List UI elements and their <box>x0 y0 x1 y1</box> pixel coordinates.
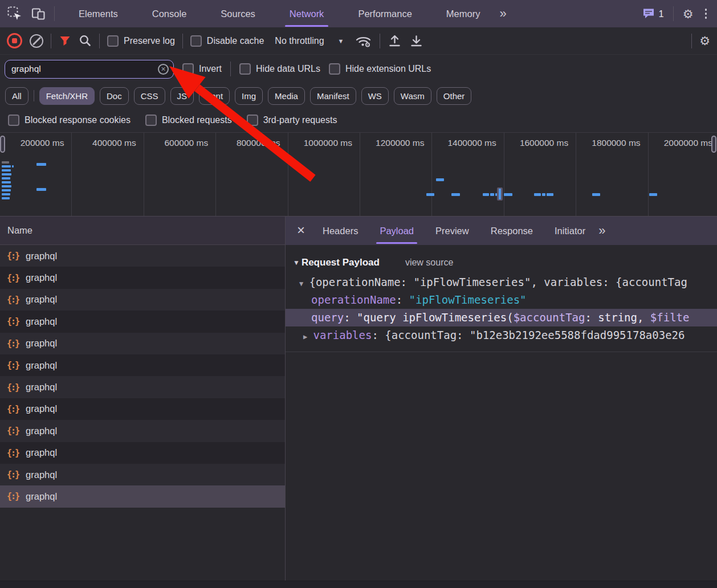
chip-fetch-xhr[interactable]: Fetch/XHR <box>39 87 95 105</box>
request-row[interactable]: {:}graphql <box>0 267 285 288</box>
request-row[interactable]: {:}graphql <box>0 442 285 464</box>
checkbox[interactable] <box>247 115 258 126</box>
checkbox[interactable] <box>239 63 251 75</box>
separator <box>54 6 55 21</box>
disable-cache-checkbox[interactable]: Disable cache <box>190 35 264 47</box>
checkbox[interactable] <box>182 63 194 75</box>
more-tabs-button[interactable]: » <box>497 7 508 20</box>
record-network-log-button[interactable] <box>7 33 22 48</box>
request-row[interactable]: {:}graphql <box>0 311 285 332</box>
details-tab-headers[interactable]: Headers <box>323 217 358 245</box>
request-row[interactable]: {:}graphql <box>0 376 285 398</box>
tab-network[interactable]: Network <box>290 0 324 27</box>
checkbox[interactable] <box>107 35 119 47</box>
third-party-requests-label: 3rd-party requests <box>263 115 337 125</box>
checkbox[interactable] <box>329 63 340 75</box>
search-icon[interactable] <box>79 34 92 47</box>
payload-line[interactable]: query: "query ipFlowTimeseries($accountT… <box>286 309 717 326</box>
payload-segment: "ipFlowTimeseries" <box>409 293 527 306</box>
separator <box>182 34 183 48</box>
third-party-requests-checkbox[interactable]: 3rd-party requests <box>247 115 337 126</box>
payload-line[interactable]: ▼ {operationName: "ipFlowTimeseries", va… <box>286 273 717 291</box>
fetch-json-icon: {:} <box>7 469 19 480</box>
filter-input[interactable]: graphql × <box>5 60 174 79</box>
tab-console[interactable]: Console <box>152 0 187 27</box>
payload-segment: : {accountTag: "b12e3b2192ee5588fdad9951… <box>372 329 685 341</box>
timeline-right-handle[interactable] <box>711 136 716 153</box>
invert-checkbox[interactable]: Invert <box>182 63 222 75</box>
chip-font[interactable]: Font <box>199 87 230 105</box>
disable-cache-label: Disable cache <box>207 36 264 46</box>
details-tab-initiator[interactable]: Initiator <box>555 217 585 245</box>
chip-css[interactable]: CSS <box>134 87 165 105</box>
checkbox[interactable] <box>190 35 202 47</box>
chip-doc[interactable]: Doc <box>100 87 129 105</box>
section-caret-icon[interactable]: ▼ <box>293 259 300 267</box>
request-row[interactable]: {:}graphql <box>0 485 285 507</box>
checkbox[interactable] <box>145 115 157 126</box>
clear-filter-icon[interactable]: × <box>158 64 169 75</box>
settings-gear-icon[interactable]: ⚙ <box>683 8 694 20</box>
blocked-requests-checkbox[interactable]: Blocked requests <box>145 115 232 126</box>
throttling-select[interactable]: No throttling ▼ <box>275 36 344 46</box>
details-tab-preview[interactable]: Preview <box>435 217 469 245</box>
details-tabbar: × HeadersPayloadPreviewResponseInitiator… <box>286 217 717 245</box>
chip-all[interactable]: All <box>5 87 28 105</box>
filter-funnel-icon[interactable] <box>59 35 71 47</box>
hide-data-urls-checkbox[interactable]: Hide data URLs <box>239 63 320 75</box>
chip-manifest[interactable]: Manifest <box>310 87 356 105</box>
timeline-bar <box>2 181 11 183</box>
blocked-response-cookies-label: Blocked response cookies <box>25 115 131 125</box>
details-tab-response[interactable]: Response <box>491 217 533 245</box>
view-source-link[interactable]: view source <box>405 258 453 268</box>
console-messages-badge[interactable]: 1 <box>642 8 663 19</box>
checkbox[interactable] <box>8 115 19 126</box>
request-row[interactable]: {:}graphql <box>0 464 285 485</box>
clear-network-log-button[interactable] <box>30 34 43 48</box>
timeline-tick-label: 2000000 ms <box>649 133 717 216</box>
network-conditions-icon[interactable] <box>355 34 372 48</box>
request-payload-section[interactable]: ▼ Request Payload view source <box>286 253 717 272</box>
network-settings-gear-icon[interactable]: ⚙ <box>699 35 710 47</box>
timeline-overview[interactable]: 200000 ms400000 ms600000 ms800000 ms1000… <box>0 132 717 217</box>
request-row[interactable]: {:}graphql <box>0 398 285 420</box>
chip-js[interactable]: JS <box>170 87 194 105</box>
divider <box>286 352 717 352</box>
export-har-icon[interactable] <box>409 34 423 48</box>
details-tab-payload[interactable]: Payload <box>380 217 414 245</box>
chip-ws[interactable]: WS <box>361 87 389 105</box>
kebab-menu-icon[interactable] <box>703 6 710 21</box>
inspect-element-icon[interactable] <box>7 6 23 22</box>
blocked-response-cookies-checkbox[interactable]: Blocked response cookies <box>8 115 131 126</box>
request-row[interactable]: {:}graphql <box>0 245 285 267</box>
tab-elements[interactable]: Elements <box>79 0 118 27</box>
chip-img[interactable]: Img <box>235 87 263 105</box>
chip-other[interactable]: Other <box>437 87 472 105</box>
tab-memory[interactable]: Memory <box>446 0 480 27</box>
request-row[interactable]: {:}graphql <box>0 289 285 311</box>
request-row[interactable]: {:}graphql <box>0 420 285 442</box>
request-row[interactable]: {:}graphql <box>0 333 285 354</box>
fetch-json-icon: {:} <box>7 491 19 501</box>
name-column-header[interactable]: Name <box>0 217 285 245</box>
more-details-tabs-button[interactable]: » <box>596 224 608 237</box>
tab-sources[interactable]: Sources <box>221 0 255 27</box>
request-row[interactable]: {:}graphql <box>0 354 285 376</box>
chip-wasm[interactable]: Wasm <box>394 87 431 105</box>
preserve-log-checkbox[interactable]: Preserve log <box>107 35 175 47</box>
preserve-log-label: Preserve log <box>124 36 175 46</box>
hide-extension-urls-label: Hide extension URLs <box>345 64 431 74</box>
tab-performance[interactable]: Performance <box>358 0 412 27</box>
panel-tabs: ElementsConsoleSourcesNetworkPerformance… <box>62 0 497 27</box>
payload-segment: : "query ipFlowTimeseries( <box>344 311 513 324</box>
import-har-icon[interactable] <box>388 34 402 48</box>
chip-media[interactable]: Media <box>268 87 305 105</box>
timeline-bar <box>490 193 494 196</box>
hide-extension-urls-checkbox[interactable]: Hide extension URLs <box>329 63 431 75</box>
close-details-icon[interactable]: × <box>297 223 305 237</box>
payload-line[interactable]: ▶ variables: {accountTag: "b12e3b2192ee5… <box>286 326 717 344</box>
payload-line[interactable]: operationName: "ipFlowTimeseries" <box>286 291 717 309</box>
timeline-left-handle[interactable] <box>0 136 5 153</box>
device-toolbar-icon[interactable] <box>31 7 46 21</box>
request-name: graphql <box>26 491 57 502</box>
